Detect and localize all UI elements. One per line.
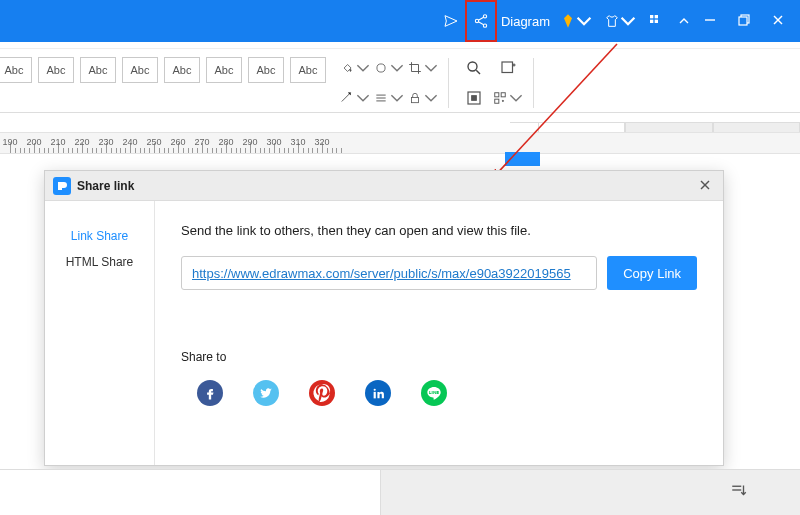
svg-point-33 bbox=[373, 388, 375, 390]
svg-rect-35 bbox=[429, 393, 431, 394]
svg-rect-26 bbox=[495, 99, 499, 103]
share-link-dialog: Share link Link Share HTML Share Send th… bbox=[44, 170, 724, 466]
facebook-icon[interactable] bbox=[197, 380, 223, 406]
app-logo-icon bbox=[53, 177, 71, 195]
dialog-close-button[interactable] bbox=[695, 173, 715, 199]
svg-rect-21 bbox=[502, 62, 513, 73]
pinterest-icon[interactable] bbox=[309, 380, 335, 406]
list-icon[interactable] bbox=[374, 87, 404, 109]
svg-rect-25 bbox=[501, 93, 505, 97]
svg-rect-3 bbox=[650, 15, 653, 18]
crop-icon[interactable] bbox=[408, 57, 438, 79]
svg-point-12 bbox=[377, 64, 385, 72]
diagram-label: Diagram bbox=[497, 14, 554, 29]
share-icon[interactable] bbox=[465, 0, 497, 42]
svg-rect-16 bbox=[412, 97, 419, 102]
svg-rect-4 bbox=[655, 15, 658, 18]
svg-rect-36 bbox=[432, 391, 433, 394]
line-icon[interactable] bbox=[421, 380, 447, 406]
collapse-ribbon-icon[interactable] bbox=[670, 0, 698, 42]
insert-box-icon[interactable] bbox=[493, 57, 523, 79]
apps-icon[interactable] bbox=[642, 0, 670, 42]
lock-icon[interactable] bbox=[408, 87, 438, 109]
svg-rect-32 bbox=[373, 391, 375, 398]
svg-point-27 bbox=[502, 100, 503, 101]
maximize-icon[interactable] bbox=[738, 12, 750, 30]
svg-point-17 bbox=[468, 62, 477, 71]
component-icon[interactable] bbox=[493, 87, 523, 109]
svg-rect-5 bbox=[650, 20, 653, 23]
ribbon-toolbar: Abc Abc Abc Abc Abc Abc Abc Abc bbox=[0, 48, 800, 113]
svg-rect-20 bbox=[472, 96, 477, 101]
titlebar: Diagram bbox=[0, 0, 800, 42]
share-url-field[interactable]: https://www.edrawmax.com/server/public/s… bbox=[181, 256, 597, 290]
focus-icon[interactable] bbox=[459, 87, 489, 109]
twitter-icon[interactable] bbox=[253, 380, 279, 406]
svg-point-31 bbox=[309, 380, 335, 406]
svg-rect-9 bbox=[739, 17, 747, 25]
search-icon[interactable] bbox=[459, 57, 489, 79]
share-to-label: Share to bbox=[181, 350, 697, 364]
selection-marker bbox=[505, 152, 540, 166]
horizontal-ruler: 1902002102202302402502602702802903003103… bbox=[0, 132, 800, 154]
panel-toggle-icon[interactable] bbox=[730, 481, 748, 503]
tshirt-icon[interactable] bbox=[598, 0, 642, 42]
copy-link-button[interactable]: Copy Link bbox=[607, 256, 697, 290]
sidebar-item-html-share[interactable]: HTML Share bbox=[45, 249, 154, 275]
share-instructions: Send the link to others, then they can o… bbox=[181, 223, 697, 238]
premium-icon[interactable] bbox=[554, 0, 598, 42]
svg-point-2 bbox=[483, 24, 486, 27]
linkedin-icon[interactable] bbox=[365, 380, 391, 406]
svg-line-18 bbox=[476, 70, 480, 74]
line-style-icon[interactable] bbox=[340, 87, 370, 109]
sidebar-item-link-share[interactable]: Link Share bbox=[45, 223, 154, 249]
svg-rect-40 bbox=[437, 391, 438, 394]
minimize-icon[interactable] bbox=[704, 12, 716, 30]
send-icon[interactable] bbox=[437, 0, 465, 42]
svg-rect-6 bbox=[655, 20, 658, 23]
dialog-title: Share link bbox=[77, 179, 134, 193]
close-icon[interactable] bbox=[772, 12, 784, 30]
shape-icon[interactable] bbox=[374, 57, 404, 79]
fill-bucket-icon[interactable] bbox=[340, 57, 370, 79]
svg-point-0 bbox=[483, 15, 486, 18]
svg-rect-24 bbox=[495, 93, 499, 97]
